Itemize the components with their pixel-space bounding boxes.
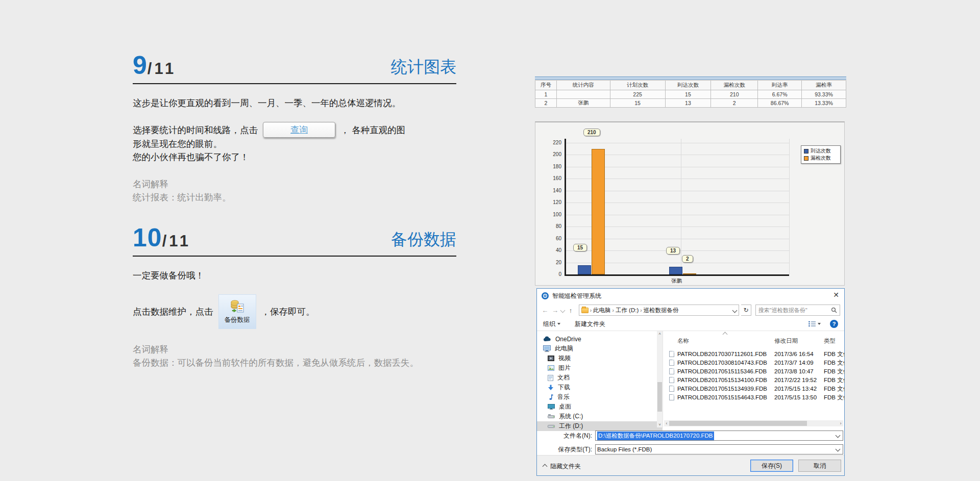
chart-legend: 到达次数 漏检次数	[801, 145, 841, 164]
v-gridline	[681, 139, 681, 274]
file-name: PATROLDB20170308104743.FDB	[677, 360, 767, 366]
column-header-name[interactable]: 名称	[677, 337, 689, 345]
scroll-up-icon[interactable]: ˄	[657, 331, 663, 337]
paragraph-with-button: 选择要统计的时间和线路，点击 查询 ， 各种直观的图	[133, 122, 456, 138]
back-icon[interactable]: ←	[541, 307, 549, 314]
search-box[interactable]: 搜索"巡检数据备份"	[755, 305, 840, 316]
file-date: 2017/3/7 14:09	[774, 360, 814, 366]
cell: 93.33%	[802, 90, 846, 99]
file-icon	[669, 360, 674, 366]
new-folder-button[interactable]: 新建文件夹	[575, 320, 605, 328]
sidebar-item-this-pc[interactable]: 此电脑	[537, 344, 663, 353]
col-header: 到达次数	[665, 81, 711, 90]
sidebar-item-music[interactable]: 音乐	[537, 392, 663, 402]
save-button[interactable]: 保存(S)	[750, 460, 793, 472]
filetype-select[interactable]: Backup Files (*.FDB)	[595, 444, 843, 454]
y-tick-label: 220	[544, 140, 561, 145]
breadcrumb-drive-d[interactable]: 工作 (D:)	[616, 307, 639, 314]
forward-icon[interactable]: →	[551, 307, 559, 314]
scrollbar-thumb[interactable]	[669, 421, 807, 426]
paragraph-text: 选择要统计的时间和线路，点击	[133, 124, 258, 136]
filename-input[interactable]: D:\巡检数据备份\PATROLDB20170720.FDB	[595, 431, 843, 441]
address-dropdown-icon[interactable]	[732, 308, 738, 313]
file-list-header: 名称 修改日期 类型	[663, 337, 844, 346]
sidebar-item-documents[interactable]: 文档	[537, 373, 663, 383]
sidebar-label: 下载	[558, 383, 570, 392]
chevron-down-icon	[836, 447, 841, 452]
breadcrumb-this-pc[interactable]: 此电脑	[593, 307, 611, 314]
heading-rule	[133, 83, 456, 84]
save-file-dialog: 智能巡检管理系统 ✕ ← → ↑ › 此电脑 › 工作 (D:) › 巡检数据备…	[536, 288, 845, 476]
legend-swatch-blue	[804, 149, 808, 154]
dialog-body: OneDrive 此电脑 视频	[537, 331, 844, 427]
cell: 2	[535, 99, 557, 108]
cell	[556, 90, 610, 99]
filetype-value: Backup Files (*.FDB)	[597, 446, 652, 452]
chevron-up-icon	[543, 464, 548, 469]
address-bar[interactable]: › 此电脑 › 工作 (D:) › 巡检数据备份	[579, 305, 740, 316]
legend-item: 到达次数	[804, 147, 838, 155]
scroll-left-icon[interactable]: ‹	[664, 420, 669, 426]
y-gridline	[565, 143, 789, 143]
sidebar-item-pictures[interactable]: 图片	[537, 363, 663, 373]
sidebar-item-drive-c[interactable]: 系统 (C:)	[537, 412, 663, 421]
help-button[interactable]: ?	[830, 320, 838, 328]
value-label: 13	[666, 247, 680, 255]
table-header-row: 序号 统计内容 计划次数 到达次数 漏检次数 到达率 漏检率	[535, 81, 846, 90]
close-icon[interactable]: ✕	[833, 291, 839, 299]
horizontal-scrollbar[interactable]: ‹ ›	[664, 420, 843, 426]
dialog-fields: 文件名(N): D:\巡检数据备份\PATROLDB20170720.FDB 保…	[537, 427, 844, 457]
backup-data-button[interactable]: 备份数据	[218, 294, 256, 329]
pictures-icon	[548, 365, 554, 371]
navigation-pane: OneDrive 此电脑 视频	[537, 331, 663, 427]
value-label: 2	[682, 255, 693, 263]
glossary-note: 名词解释 统计报表：统计出勤率。	[133, 178, 456, 204]
sidebar-item-onedrive[interactable]: OneDrive	[537, 334, 663, 344]
backup-button-label: 备份数据	[225, 316, 250, 324]
column-header-type[interactable]: 类型	[824, 337, 836, 345]
section-title: 统计图表	[391, 56, 456, 79]
paragraph: 您的小伙伴再也骗不了你了！	[133, 151, 456, 164]
scroll-down-icon[interactable]: ˅	[657, 422, 663, 427]
up-icon[interactable]: ↑	[567, 307, 575, 314]
dialog-toolbar: 组织 新建文件夹 ?	[537, 317, 844, 331]
refresh-icon[interactable]: ↻	[741, 305, 751, 316]
col-header: 到达率	[758, 81, 802, 90]
download-arrow-icon	[548, 385, 554, 391]
organize-button[interactable]: 组织	[543, 320, 560, 328]
y-axis	[565, 139, 566, 275]
file-date: 2017/5/15 13:50	[774, 394, 817, 400]
app-icon	[541, 292, 549, 300]
desktop-icon	[548, 404, 555, 410]
file-type: FDB 文件	[824, 376, 844, 384]
bar-漏检次数	[592, 149, 605, 274]
scrollbar-thumb[interactable]	[657, 382, 662, 412]
sidebar-label: 音乐	[557, 393, 570, 401]
file-date: 2017/3/6 16:54	[774, 351, 814, 357]
scroll-right-icon[interactable]: ›	[838, 420, 843, 426]
table-top-border	[535, 77, 846, 80]
sidebar-item-desktop[interactable]: 桌面	[537, 402, 663, 412]
sidebar-label: 系统 (C:)	[559, 412, 583, 421]
file-name: PATROLDB20170515134939.FDB	[677, 386, 767, 392]
table-row: 1 225 15 210 6.67% 93.33%	[535, 90, 846, 99]
sidebar-vertical-scrollbar[interactable]: ˄ ˅	[657, 331, 663, 427]
paragraph-text: ， 各种直观的图	[340, 124, 405, 136]
sidebar-item-videos[interactable]: 视频	[537, 353, 663, 363]
chevron-down-icon	[557, 323, 560, 325]
file-type: FDB 文件	[824, 359, 844, 367]
breadcrumb-backup-folder[interactable]: 巡检数据备份	[644, 307, 679, 314]
view-mode-button[interactable]	[808, 321, 821, 327]
cancel-button[interactable]: 取消	[798, 460, 841, 472]
col-header: 序号	[535, 81, 557, 90]
history-dropdown-icon[interactable]	[560, 308, 566, 313]
column-header-date[interactable]: 修改日期	[774, 337, 798, 345]
sidebar-item-downloads[interactable]: 下载	[537, 383, 663, 392]
computer-icon	[543, 345, 551, 352]
sidebar-label: 图片	[558, 364, 571, 372]
query-button[interactable]: 查询	[263, 122, 335, 138]
file-icon	[669, 368, 674, 374]
hide-folders-button[interactable]: 隐藏文件夹	[543, 462, 581, 471]
cell: 86.67%	[758, 99, 802, 108]
section-9-heading: 9/11 统计图表	[133, 51, 456, 80]
